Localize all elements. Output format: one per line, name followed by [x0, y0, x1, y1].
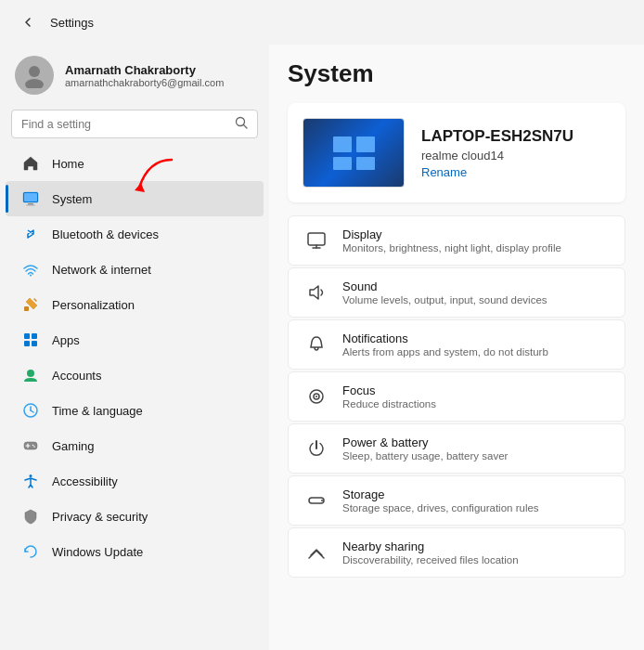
search-input[interactable]: [21, 118, 227, 131]
setting-title: Nearby sharing: [342, 540, 519, 553]
device-card: LAPTOP-ESH2SN7U realme cloud14 Rename: [288, 103, 625, 202]
setting-storage[interactable]: Storage Storage space, drives, configura…: [288, 475, 625, 526]
gaming-icon: [20, 436, 41, 456]
setting-text: Nearby sharing Discoverability, received…: [342, 540, 519, 566]
sidebar-item-time[interactable]: Time & language: [6, 393, 264, 428]
nearby-icon: [303, 540, 329, 566]
sidebar-item-label: Network & internet: [52, 263, 151, 277]
sidebar-item-label: Windows Update: [52, 545, 143, 559]
page-title: System: [288, 59, 625, 88]
device-info: LAPTOP-ESH2SN7U realme cloud14 Rename: [421, 127, 573, 179]
system-icon: [20, 188, 41, 209]
sidebar-item-home[interactable]: Home: [6, 146, 264, 181]
apps-icon: [20, 330, 41, 350]
rename-link[interactable]: Rename: [421, 165, 573, 179]
svg-line-11: [34, 299, 36, 301]
svg-rect-15: [32, 341, 37, 346]
setting-desc: Storage space, drives, configuration rul…: [342, 502, 539, 514]
svg-point-24: [33, 446, 35, 448]
svg-point-23: [32, 445, 34, 447]
sidebar-item-label: Accounts: [52, 369, 101, 383]
setting-title: Notifications: [342, 332, 548, 345]
sidebar-item-label: Privacy & security: [52, 510, 148, 524]
svg-rect-28: [333, 157, 352, 170]
svg-rect-29: [356, 157, 375, 170]
sidebar-item-label: Bluetooth & devices: [52, 228, 159, 241]
setting-desc: Alerts from apps and system, do not dist…: [342, 346, 548, 358]
device-model: realme cloud14: [421, 149, 573, 162]
home-icon: [20, 153, 41, 174]
storage-icon: [303, 488, 329, 514]
setting-desc: Monitors, brightness, night light, displ…: [342, 242, 561, 254]
device-thumbnail: [303, 118, 405, 188]
user-name: Amarnath Chakraborty: [65, 63, 224, 77]
main-content: System LAPTOP-ESH2SN7U realme cloud14 Re…: [269, 45, 644, 650]
setting-text: Power & battery Sleep, battery usage, ba…: [342, 436, 508, 462]
update-icon: [20, 541, 41, 562]
search-box[interactable]: [11, 110, 258, 138]
setting-display[interactable]: Display Monitors, brightness, night ligh…: [288, 215, 625, 266]
svg-rect-14: [24, 341, 30, 346]
setting-text: Display Monitors, brightness, night ligh…: [342, 228, 561, 254]
svg-rect-26: [333, 136, 352, 152]
setting-desc: Volume levels, output, input, sound devi…: [342, 294, 547, 306]
sidebar-item-personalization[interactable]: Personalization: [6, 287, 264, 322]
sidebar-item-network[interactable]: Network & internet: [6, 252, 264, 287]
svg-rect-10: [24, 306, 29, 311]
setting-notifications[interactable]: Notifications Alerts from apps and syste…: [288, 319, 625, 370]
sidebar-item-label: Personalization: [52, 298, 135, 312]
svg-point-38: [321, 500, 323, 501]
svg-marker-33: [310, 286, 318, 299]
setting-text: Storage Storage space, drives, configura…: [342, 488, 539, 514]
sidebar-item-update[interactable]: Windows Update: [6, 534, 264, 569]
sidebar-item-system[interactable]: System: [6, 181, 264, 216]
sidebar-item-privacy[interactable]: Privacy & security: [6, 499, 264, 534]
avatar: [15, 56, 54, 95]
setting-text: Sound Volume levels, output, input, soun…: [342, 280, 547, 306]
svg-point-9: [30, 275, 32, 277]
setting-power[interactable]: Power & battery Sleep, battery usage, ba…: [288, 423, 625, 474]
personalization-icon: [20, 294, 41, 315]
setting-title: Storage: [342, 488, 539, 501]
sidebar-item-apps[interactable]: Apps: [6, 322, 264, 358]
setting-title: Sound: [342, 280, 547, 293]
svg-point-0: [29, 66, 40, 77]
back-button[interactable]: [15, 9, 41, 35]
network-icon: [20, 259, 41, 280]
svg-rect-27: [356, 136, 375, 152]
setting-focus[interactable]: Focus Reduce distractions: [288, 371, 625, 422]
setting-desc: Discoverability, received files location: [342, 554, 519, 566]
user-profile: Amarnath Chakraborty amarnathchakraborty…: [0, 45, 269, 110]
time-icon: [20, 400, 41, 421]
setting-desc: Reduce distractions: [342, 398, 436, 410]
setting-nearby[interactable]: Nearby sharing Discoverability, received…: [288, 527, 625, 578]
sidebar-item-label: Home: [52, 157, 84, 171]
setting-title: Power & battery: [342, 436, 508, 449]
setting-sound[interactable]: Sound Volume levels, output, input, soun…: [288, 267, 625, 318]
sidebar-item-label: Gaming: [52, 439, 95, 453]
search-icon: [235, 116, 248, 132]
sidebar-item-gaming[interactable]: Gaming: [6, 428, 264, 463]
sidebar-item-label: Time & language: [52, 404, 143, 418]
sidebar-item-label: Accessibility: [52, 474, 118, 488]
sidebar-item-accounts[interactable]: Accounts: [6, 358, 264, 393]
sidebar-item-label: Apps: [52, 333, 80, 347]
sidebar-item-label: System: [52, 192, 92, 206]
user-info: Amarnath Chakraborty amarnathchakraborty…: [65, 63, 224, 88]
nav-home-wrapper: Home: [0, 146, 269, 181]
svg-rect-30: [308, 233, 325, 245]
setting-title: Focus: [342, 384, 436, 397]
sidebar-item-accessibility[interactable]: Accessibility: [6, 463, 264, 499]
user-email: amarnathchakraborty6@gmail.com: [65, 77, 224, 88]
setting-text: Focus Reduce distractions: [342, 384, 436, 410]
titlebar: Settings: [0, 0, 644, 45]
svg-line-3: [244, 125, 248, 129]
setting-text: Notifications Alerts from apps and syste…: [342, 332, 548, 358]
app-title: Settings: [50, 16, 94, 30]
svg-rect-6: [28, 203, 33, 205]
sidebar-item-bluetooth[interactable]: Bluetooth & devices: [6, 216, 264, 252]
nav-system-wrapper: System: [0, 181, 269, 216]
svg-rect-5: [24, 193, 37, 202]
svg-rect-7: [26, 205, 35, 206]
accounts-icon: [20, 365, 41, 385]
